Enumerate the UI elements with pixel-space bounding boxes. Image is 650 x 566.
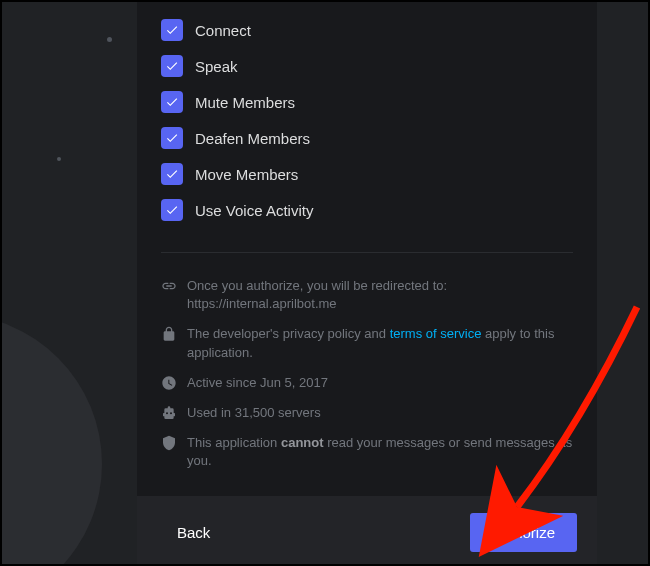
background-dot: [107, 37, 112, 42]
info-bold: cannot: [281, 435, 324, 450]
lock-icon: [161, 326, 177, 342]
shield-icon: [161, 435, 177, 451]
authorize-modal: Connect Speak Mute Members Deafen Member…: [137, 2, 597, 566]
info-privacy: The developer's privacy policy and terms…: [161, 319, 573, 367]
info-section: Once you authorize, you will be redirect…: [161, 253, 573, 477]
info-active-since: Active since Jun 5, 2017: [161, 368, 573, 398]
checkbox-checked[interactable]: [161, 19, 183, 41]
modal-content: Connect Speak Mute Members Deafen Member…: [137, 2, 597, 496]
perm-label: Mute Members: [195, 94, 295, 111]
perm-label: Speak: [195, 58, 238, 75]
authorize-button[interactable]: Authorize: [470, 513, 577, 552]
info-url: https://internal.aprilbot.me: [187, 296, 337, 311]
tos-link[interactable]: terms of service: [390, 326, 482, 341]
checkbox-checked[interactable]: [161, 127, 183, 149]
info-server-count: Used in 31,500 servers: [161, 398, 573, 428]
clock-icon: [161, 375, 177, 391]
info-cannot-read: This application cannot read your messag…: [161, 428, 573, 476]
info-text: Used in 31,500 servers: [187, 404, 573, 422]
back-button[interactable]: Back: [157, 514, 230, 551]
info-text: Active since Jun 5, 2017: [187, 374, 573, 392]
background-shape: [0, 314, 102, 566]
perm-connect[interactable]: Connect: [161, 12, 573, 48]
info-text: The developer's privacy policy and: [187, 326, 390, 341]
link-icon: [161, 278, 177, 294]
info-redirect: Once you authorize, you will be redirect…: [161, 271, 573, 319]
modal-footer: Back Authorize: [137, 496, 597, 566]
checkbox-checked[interactable]: [161, 55, 183, 77]
perm-label: Deafen Members: [195, 130, 310, 147]
perm-label: Use Voice Activity: [195, 202, 313, 219]
checkbox-checked[interactable]: [161, 163, 183, 185]
perm-deafen-members[interactable]: Deafen Members: [161, 120, 573, 156]
checkbox-checked[interactable]: [161, 91, 183, 113]
perm-speak[interactable]: Speak: [161, 48, 573, 84]
background-dot: [57, 157, 61, 161]
perm-use-voice-activity[interactable]: Use Voice Activity: [161, 192, 573, 228]
perm-label: Move Members: [195, 166, 298, 183]
perm-mute-members[interactable]: Mute Members: [161, 84, 573, 120]
perm-label: Connect: [195, 22, 251, 39]
perm-move-members[interactable]: Move Members: [161, 156, 573, 192]
info-text: This application: [187, 435, 281, 450]
checkbox-checked[interactable]: [161, 199, 183, 221]
info-text: Once you authorize, you will be redirect…: [187, 278, 447, 293]
robot-icon: [161, 405, 177, 421]
permissions-list: Connect Speak Mute Members Deafen Member…: [161, 2, 573, 228]
